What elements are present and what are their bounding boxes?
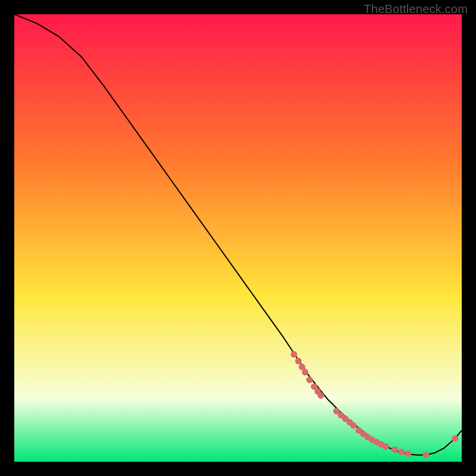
chart-stage: TheBottleneck.com: [0, 0, 476, 476]
highlight-point: [452, 435, 458, 441]
highlight-point: [350, 422, 357, 429]
highlight-point: [318, 392, 324, 399]
highlight-point: [306, 377, 313, 383]
highlight-point: [405, 450, 411, 457]
highlight-point: [392, 446, 398, 453]
highlight-point: [383, 443, 389, 450]
highlight-point: [291, 351, 298, 358]
highlight-point: [295, 358, 302, 364]
chart-svg: [14, 14, 462, 462]
highlight-point: [302, 369, 308, 375]
plot-area: [14, 14, 462, 462]
gradient-background: [14, 14, 462, 462]
highlight-point: [422, 452, 429, 458]
highlight-point: [398, 449, 405, 455]
